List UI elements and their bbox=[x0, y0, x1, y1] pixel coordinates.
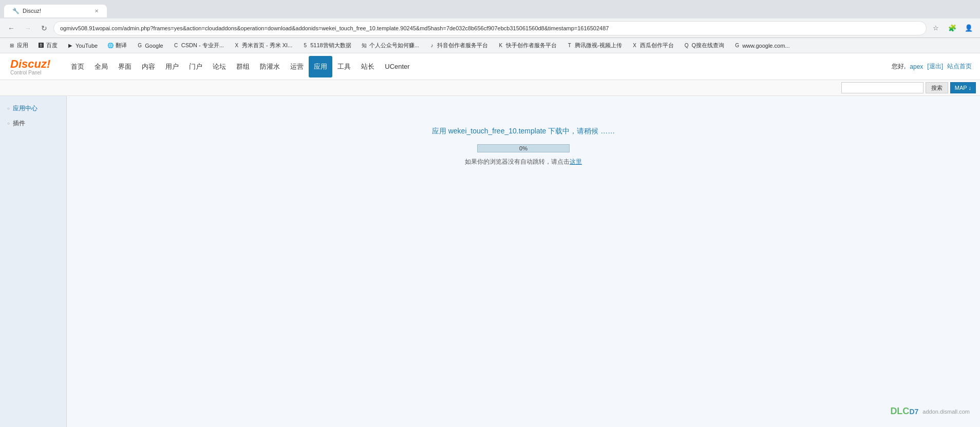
bookmark-5118[interactable]: 55118营销大数据 bbox=[297, 41, 355, 50]
nav-item-home[interactable]: 首页 bbox=[66, 56, 89, 77]
search-button[interactable]: 搜索 bbox=[926, 82, 948, 93]
bookmark-label-baidu: 百度 bbox=[46, 42, 58, 49]
bookmark-icon-xigua: X bbox=[631, 42, 638, 49]
redirect-link-area: 如果你的浏览器没有自动跳转，请点击这里 bbox=[77, 158, 970, 166]
sidebar-item-app-center[interactable]: ○应用中心 bbox=[0, 101, 66, 116]
bookmark-label-fanyi: 翻译 bbox=[116, 42, 127, 49]
bookmark-label-gzhao: 个人公众号如何赚... bbox=[369, 42, 419, 49]
discuz-header-right: 您好, apex [退出] 站点首页 bbox=[883, 53, 980, 80]
nav-item-ucenter[interactable]: UCenter bbox=[380, 56, 414, 76]
bookmark-fanyi[interactable]: 🌐翻译 bbox=[103, 41, 131, 50]
sidebar: ○应用中心○插件 bbox=[0, 96, 67, 427]
sidebar-bullet-plugins: ○ bbox=[7, 121, 10, 126]
nav-item-group[interactable]: 群组 bbox=[231, 56, 255, 77]
bookmark-icon-apps: ⊞ bbox=[8, 42, 15, 49]
nav-item-antispam[interactable]: 防灌水 bbox=[255, 56, 285, 77]
bookmark-icon-csdn: C bbox=[173, 42, 180, 49]
address-bar[interactable] bbox=[53, 21, 927, 35]
bookmark-label-tencent: 腾讯微视-视频上传 bbox=[575, 42, 622, 49]
forward-button[interactable]: → bbox=[21, 21, 35, 35]
bookmark-google[interactable]: GGoogle bbox=[132, 41, 167, 50]
extension-puzzle-icon[interactable]: 🧩 bbox=[945, 21, 959, 35]
map-button[interactable]: MAP ↓ bbox=[950, 82, 976, 93]
watermark: DLC D7 addon.dismall.com bbox=[890, 406, 970, 417]
browser-action-buttons: ☆ 🧩 👤 bbox=[929, 21, 976, 35]
download-title: 应用 wekei_touch_free_10.template 下载中，请稍候 … bbox=[77, 127, 970, 136]
discuz-header-wrapper: Discuz! Control Panel 首页全局界面内容用户门户论坛群组防灌… bbox=[0, 53, 980, 96]
nav-item-forum[interactable]: 论坛 bbox=[208, 56, 231, 77]
nav-item-operation[interactable]: 运营 bbox=[285, 56, 309, 77]
browser-controls: ← → ↻ ☆ 🧩 👤 bbox=[0, 18, 980, 38]
bookmark-icon-fanyi: 🌐 bbox=[107, 42, 114, 49]
nav-item-content[interactable]: 内容 bbox=[137, 56, 160, 77]
bookmark-icon-google: G bbox=[136, 42, 143, 49]
bookmark-icon-douyin: ♪ bbox=[428, 42, 436, 49]
sidebar-label-app-center: 应用中心 bbox=[13, 104, 37, 113]
bookmark-icon-googlecom: G bbox=[733, 42, 741, 49]
bookmarks-bar: ⊞应用🅱百度▶YouTube🌐翻译GGoogleCCSDN - 专业开...X秀… bbox=[0, 38, 980, 53]
nav-item-admin[interactable]: 站长 bbox=[356, 56, 380, 77]
nav-item-all[interactable]: 全局 bbox=[89, 56, 113, 77]
tab-close-icon[interactable]: ✕ bbox=[95, 8, 99, 14]
bookmark-icon-xiumi: X bbox=[233, 42, 240, 49]
bookmark-baidu[interactable]: 🅱百度 bbox=[33, 41, 62, 50]
homepage-link[interactable]: 站点首页 bbox=[947, 62, 972, 71]
bookmark-apps[interactable]: ⊞应用 bbox=[4, 41, 32, 50]
nav-item-app[interactable]: 应用 bbox=[309, 56, 332, 77]
bookmark-label-google: Google bbox=[145, 43, 163, 49]
bookmark-label-qsou: Q搜在线查询 bbox=[692, 42, 725, 49]
discuz-header: Discuz! Control Panel 首页全局界面内容用户门户论坛群组防灌… bbox=[0, 53, 980, 80]
header-search-input[interactable] bbox=[841, 82, 924, 93]
bookmark-label-douyin: 抖音创作者服务平台 bbox=[437, 42, 488, 49]
nav-item-interface[interactable]: 界面 bbox=[113, 56, 137, 77]
progress-text: 0% bbox=[519, 145, 527, 151]
bookmark-label-csdn: CSDN - 专业开... bbox=[181, 42, 224, 49]
logout-link[interactable]: [退出] bbox=[927, 62, 943, 71]
reload-button[interactable]: ↻ bbox=[37, 21, 51, 35]
download-area: 应用 wekei_touch_free_10.template 下载中，请稍候 … bbox=[67, 96, 980, 187]
bookmark-googlecom[interactable]: Gwww.google.com... bbox=[729, 41, 794, 50]
bookmark-label-5118: 5118营销大数据 bbox=[310, 42, 351, 49]
bookmark-xiumi[interactable]: X秀米首页 - 秀米 XI... bbox=[229, 41, 296, 50]
tab-title: Discuz! bbox=[23, 8, 41, 14]
progress-container: 0% bbox=[477, 144, 570, 152]
bookmark-tencent[interactable]: T腾讯微视-视频上传 bbox=[562, 41, 626, 50]
progress-bar-outer: 0% bbox=[477, 144, 570, 152]
watermark-text: addon.dismall.com bbox=[922, 409, 970, 415]
discuz-logo-area: Discuz! Control Panel bbox=[0, 53, 61, 80]
bookmark-star-icon[interactable]: ☆ bbox=[929, 21, 943, 35]
username-text[interactable]: apex bbox=[910, 63, 923, 70]
bookmark-kuaishou[interactable]: K快手创作者服务平台 bbox=[493, 41, 561, 50]
sidebar-bullet-app-center: ○ bbox=[7, 106, 10, 111]
bookmark-gzhao[interactable]: 知个人公众号如何赚... bbox=[356, 41, 423, 50]
bookmark-label-kuaishou: 快手创作者服务平台 bbox=[506, 42, 557, 49]
bookmark-qsou[interactable]: QQ搜在线查询 bbox=[679, 41, 729, 50]
bookmark-icon-youtube: ▶ bbox=[67, 42, 74, 49]
bookmark-label-xigua: 西瓜创作平台 bbox=[640, 42, 674, 49]
bookmark-icon-tencent: T bbox=[566, 42, 573, 49]
discuz-nav: 首页全局界面内容用户门户论坛群组防灌水运营应用工具站长UCenter bbox=[61, 53, 883, 80]
bookmark-csdn[interactable]: CCSDN - 专业开... bbox=[168, 41, 228, 50]
tab-favicon: 🔧 bbox=[12, 8, 20, 14]
discuz-logo-sub: Control Panel bbox=[10, 70, 50, 75]
app-container: Discuz! Control Panel 首页全局界面内容用户门户论坛群组防灌… bbox=[0, 53, 980, 427]
content-inner: 应用 wekei_touch_free_10.template 下载中，请稍候 … bbox=[67, 96, 980, 427]
nav-item-portal[interactable]: 门户 bbox=[184, 56, 208, 77]
back-button[interactable]: ← bbox=[4, 21, 18, 35]
bookmark-icon-5118: 5 bbox=[301, 42, 309, 49]
profile-icon[interactable]: 👤 bbox=[962, 21, 976, 35]
nav-item-users[interactable]: 用户 bbox=[160, 56, 184, 77]
redirect-here-link[interactable]: 这里 bbox=[570, 158, 582, 165]
sidebar-item-plugins[interactable]: ○插件 bbox=[0, 116, 66, 131]
sidebar-label-plugins: 插件 bbox=[13, 119, 25, 128]
bookmark-xigua[interactable]: X西瓜创作平台 bbox=[627, 41, 678, 50]
nav-item-tools[interactable]: 工具 bbox=[332, 56, 356, 77]
bookmark-label-xiumi: 秀米首页 - 秀米 XI... bbox=[242, 42, 292, 49]
bookmark-label-youtube: YouTube bbox=[76, 43, 98, 49]
bookmark-youtube[interactable]: ▶YouTube bbox=[63, 41, 102, 50]
bookmark-label-googlecom: www.google.com... bbox=[742, 43, 789, 49]
body-layout: ○应用中心○插件 应用 wekei_touch_free_10.template… bbox=[0, 96, 980, 427]
bookmark-douyin[interactable]: ♪抖音创作者服务平台 bbox=[424, 41, 492, 50]
browser-tab[interactable]: 🔧 Discuz! ✕ bbox=[4, 5, 107, 17]
header-search-area: 搜索 MAP ↓ bbox=[0, 80, 980, 96]
